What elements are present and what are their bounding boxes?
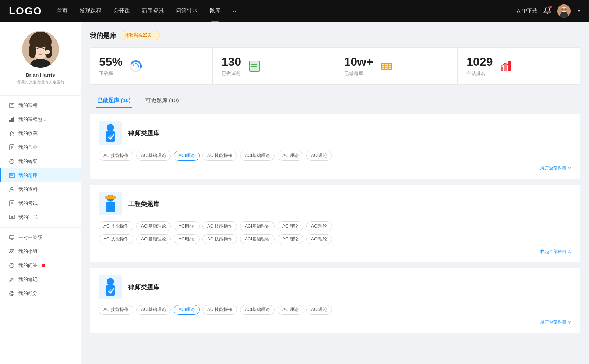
tag-law2-theory-1[interactable]: ACI理论 <box>278 305 303 315</box>
qa-icon: ? <box>9 158 15 164</box>
tag-law2-basic-1[interactable]: ACI基础理论 <box>136 305 171 315</box>
certificate-icon <box>9 214 15 220</box>
stat-questions: 130 已做试题 <box>213 48 335 84</box>
tag-aci-theory-selected-1[interactable]: ACI理论 <box>174 151 200 161</box>
course-package-icon <box>9 117 15 122</box>
sidebar-label-favorites: 我的收藏 <box>18 130 38 137</box>
nav-more[interactable]: ··· <box>232 7 238 15</box>
tab-done-banks[interactable]: 已做题库 (10) <box>90 93 138 108</box>
sidebar-label-certificate: 我的证书 <box>18 214 38 221</box>
tag-eng-theory-2[interactable]: ACI理论 <box>278 221 303 231</box>
svg-point-39 <box>10 250 12 251</box>
expand-link-lawyer-2[interactable]: 展开全部科目 ∨ <box>540 319 571 325</box>
tag-law2-theory-2[interactable]: ACI理论 <box>306 305 332 315</box>
tag-eng-theory-3[interactable]: ACI理论 <box>306 221 332 231</box>
sidebar-item-tutoring[interactable]: 一对一答疑 <box>0 231 81 245</box>
tag-eng-basic-2[interactable]: ACI基础理论 <box>240 221 275 231</box>
svg-text:?: ? <box>11 160 14 164</box>
tab-bar: 已做题库 (10) 可做题库 (10) <box>90 93 580 108</box>
tag-eng-skill-4[interactable]: ACI技能操作 <box>202 234 237 244</box>
tag-aci-theory-1[interactable]: ACI理论 <box>278 151 303 161</box>
tag-law2-skill-2[interactable]: ACI技能操作 <box>202 305 237 315</box>
sidebar-item-favorites[interactable]: 我的收藏 <box>0 126 81 140</box>
sidebar-label-homework: 我的作业 <box>18 144 38 151</box>
nav-home[interactable]: 首页 <box>57 7 68 15</box>
tag-aci-skill-2[interactable]: ACI技能操作 <box>202 151 237 161</box>
bank-card-engineer: 工程类题库 ACI技能操作 ACI基础理论 ACI理论 ACI技能操作 ACI基… <box>90 185 580 262</box>
bank-header-lawyer-1: 律师类题库 <box>99 121 571 145</box>
tab-available-banks[interactable]: 可做题库 (10) <box>138 93 186 108</box>
sidebar-item-certificate[interactable]: 我的证书 <box>0 210 81 224</box>
svg-rect-21 <box>9 120 11 122</box>
sidebar-item-group[interactable]: 我的小组 <box>0 245 81 258</box>
bell-button[interactable] <box>543 6 551 16</box>
tag-eng-basic-1[interactable]: ACI基础理论 <box>136 221 171 231</box>
question-bank-icon <box>9 172 15 178</box>
svg-point-43 <box>10 291 14 296</box>
svg-point-13 <box>42 48 44 49</box>
tag-law2-skill-1[interactable]: ACI技能操作 <box>99 305 133 315</box>
bank-header-lawyer-2: 律师类题库 <box>99 275 571 299</box>
tag-eng-theory-1[interactable]: ACI理论 <box>174 221 200 231</box>
tag-aci-basic-1[interactable]: ACI基础理论 <box>136 151 171 161</box>
nav-news[interactable]: 新闻资讯 <box>142 7 164 15</box>
svg-point-12 <box>36 48 38 49</box>
stat-banks-value: 10w+ <box>344 55 373 69</box>
sidebar-item-my-qa[interactable]: ? 我的问答 <box>0 258 81 272</box>
sidebar-item-my-course[interactable]: 我的课程 <box>0 99 81 113</box>
sidebar-item-homework[interactable]: 我的作业 <box>0 140 81 154</box>
sidebar-item-profile[interactable]: 我的资料 <box>0 182 81 196</box>
nav-qa[interactable]: 问答社区 <box>176 7 198 15</box>
expand-link-lawyer-1[interactable]: 展开全部科目 ∨ <box>540 165 571 171</box>
svg-rect-53 <box>381 63 392 70</box>
stats-row: 55% 正确率 130 已做试题 <box>90 47 580 85</box>
tag-eng-skill-1[interactable]: ACI技能操作 <box>99 221 133 231</box>
tag-aci-theory-2[interactable]: ACI理论 <box>306 151 332 161</box>
user-avatar <box>22 31 59 68</box>
tag-aci-skill-1[interactable]: ACI技能操作 <box>99 151 133 161</box>
bank-title-text-lawyer-1: 律师类题库 <box>128 129 159 138</box>
tag-eng-basic-3[interactable]: ACI基础理论 <box>136 234 171 244</box>
expand-link-engineer[interactable]: 收起全部科目 ∧ <box>540 249 571 255</box>
tag-eng-skill-3[interactable]: ACI技能操作 <box>99 234 133 244</box>
tag-eng-theory-6[interactable]: ACI理论 <box>306 234 332 244</box>
app-download-link[interactable]: APP下载 <box>517 8 537 14</box>
tag-eng-theory-5[interactable]: ACI理论 <box>278 234 303 244</box>
svg-rect-59 <box>501 67 503 71</box>
tag-eng-skill-2[interactable]: ACI技能操作 <box>202 221 237 231</box>
tag-eng-theory-4[interactable]: ACI理论 <box>174 234 200 244</box>
svg-rect-22 <box>11 118 13 122</box>
sidebar-label-qa: 我的答疑 <box>18 158 38 165</box>
sidebar-label-my-qa: 我的问答 <box>18 262 38 269</box>
sidebar-item-qa[interactable]: ? 我的答疑 <box>0 154 81 168</box>
tag-law2-basic-2[interactable]: ACI基础理论 <box>240 305 275 315</box>
tag-eng-basic-4[interactable]: ACI基础理论 <box>240 234 275 244</box>
sidebar-item-course-package[interactable]: 我的课程包... <box>0 113 81 126</box>
svg-point-40 <box>12 250 14 251</box>
sidebar-item-points[interactable]: 我的积分 <box>0 286 81 300</box>
svg-point-44 <box>11 292 13 295</box>
stat-banks: 10w+ 已做题库 <box>335 48 458 84</box>
bank-icon-lawyer-1 <box>99 121 122 145</box>
page-header: 我的题库 体验剩余23天！ <box>90 31 580 40</box>
sidebar-item-notes[interactable]: 我的笔记 <box>0 272 81 286</box>
nav-dropdown-arrow[interactable]: ▾ <box>578 8 580 14</box>
nav-question-bank[interactable]: 题库 <box>209 7 221 15</box>
bell-notification-dot <box>549 6 552 8</box>
bank-footer-lawyer-1: 展开全部科目 ∨ <box>99 165 571 171</box>
tag-aci-basic-2[interactable]: ACI基础理论 <box>240 151 275 161</box>
sidebar-item-exam[interactable]: 我的考试 <box>0 196 81 210</box>
svg-point-14 <box>40 51 41 52</box>
nav-open-course[interactable]: 公开课 <box>113 7 130 15</box>
tag-law2-theory-selected[interactable]: ACI理论 <box>174 305 200 315</box>
sidebar-item-question-bank[interactable]: 我的题库 <box>0 168 81 182</box>
page-title: 我的题库 <box>90 31 116 40</box>
svg-rect-30 <box>9 173 14 178</box>
stat-questions-label: 已做试题 <box>222 70 241 77</box>
sidebar-label-profile: 我的资料 <box>18 186 38 193</box>
favorites-icon <box>9 131 15 136</box>
avatar[interactable] <box>557 4 571 18</box>
stat-rank: 1029 全站排名 <box>458 48 580 84</box>
nav-discover[interactable]: 发现课程 <box>80 7 102 15</box>
sidebar-label-course-package: 我的课程包... <box>18 116 46 123</box>
